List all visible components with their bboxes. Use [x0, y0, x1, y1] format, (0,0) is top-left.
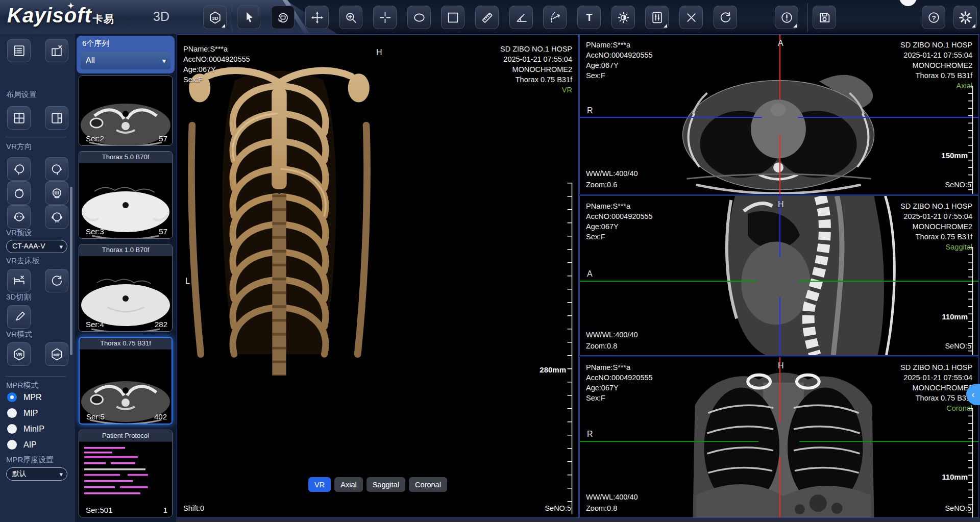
orientation-marker-top: H	[376, 48, 382, 57]
series-thumbnail-501[interactable]: Patient Protocol Ser:501 1	[79, 430, 173, 517]
crosshair-horizontal-line[interactable]	[798, 117, 979, 118]
vr-head-right-button[interactable]	[45, 157, 68, 181]
series-number: Ser:3	[86, 227, 104, 236]
vr-head-left-button[interactable]	[7, 157, 31, 181]
mpr-radio-mpr[interactable]: MPR	[7, 392, 42, 402]
view-button-vr[interactable]: VR	[308, 477, 331, 492]
adjust-panel-button[interactable]	[645, 6, 669, 29]
layout-close-panel-button[interactable]	[45, 39, 68, 62]
save-button[interactable]	[813, 6, 836, 29]
crosshair-horizontal-line[interactable]	[580, 441, 758, 442]
remove-bed-button[interactable]	[7, 269, 31, 292]
orientation-marker-top: A	[778, 39, 783, 48]
grid-2x2-icon	[12, 111, 26, 125]
delete-annotation-button[interactable]	[679, 6, 703, 29]
vr-preset-dropdown[interactable]: CT-AAA-V ▾	[6, 240, 67, 253]
crosshair-vertical-line[interactable]	[779, 297, 780, 356]
layout-grid-2x2-button[interactable]	[7, 106, 31, 130]
mpr-thickness-dropdown[interactable]: 默认 ▾	[6, 467, 67, 481]
text-annotation-button[interactable]: T	[577, 6, 601, 29]
series-image-count: 57	[159, 227, 167, 236]
cobb-angle-tool-button[interactable]	[543, 6, 567, 29]
head-left-icon	[12, 162, 26, 176]
window-level-value: WW/WL:400/40	[586, 169, 638, 178]
series-filter-dropdown[interactable]: All ▾	[81, 52, 170, 69]
patient-age: Age:067Y	[586, 61, 619, 69]
pan-tool-button[interactable]	[305, 6, 329, 29]
reset-icon	[50, 274, 64, 288]
coronal-viewport[interactable]: PName:S***a AccNO:0004920555 Age:067Y Se…	[579, 357, 979, 518]
logo-text-cn: 卡易	[93, 13, 114, 24]
crosshair-horizontal-line[interactable]	[580, 117, 762, 118]
view-button-coronal[interactable]: Coronal	[409, 477, 447, 492]
vr-head-superior-button[interactable]	[7, 181, 31, 205]
3d-layout-button[interactable]: 3D	[203, 6, 227, 29]
close-x-icon	[684, 11, 698, 24]
toolbar-separator	[232, 3, 232, 32]
sagittal-viewport[interactable]: PName:S***a AccNO:0004920555 Age:067Y Se…	[579, 195, 979, 356]
series-thumbnail-2[interactable]: Ser:2 57	[79, 76, 173, 146]
crosshair-horizontal-line[interactable]	[799, 441, 979, 442]
ruler-tool-button[interactable]	[475, 6, 499, 29]
3d-hexagon-icon: 3D	[208, 11, 222, 24]
crosshair-horizontal-line[interactable]	[580, 281, 757, 282]
submenu-corner	[793, 24, 797, 28]
rectangle-roi-button[interactable]	[441, 6, 464, 29]
series-description: Thorax 0.75 B31f	[916, 233, 972, 241]
vr-viewport[interactable]: PName:S***a AccNO:0004920555 Age:067Y Se…	[177, 34, 579, 518]
photometric: MONOCHROME2	[912, 222, 972, 231]
patient-sex: Sex:F	[586, 394, 605, 402]
scale-label: 110mm	[942, 312, 968, 321]
radio-icon	[7, 424, 17, 434]
mpr-mode-section-label: MPR模式	[6, 381, 38, 390]
sidebar-scrollbar[interactable]	[70, 187, 72, 355]
vr-head-anterior-button[interactable]	[7, 205, 31, 229]
reset-icon	[719, 11, 732, 24]
mpr-radio-mip[interactable]: MIP	[7, 408, 38, 418]
axial-viewport[interactable]: PName:S***a AccNO:0004920555 Age:067Y Se…	[579, 34, 979, 194]
series-number-overlay: SeNO:5	[945, 342, 971, 350]
series-thumbnail-3[interactable]: Thorax 5.0 B70f Ser:3 57	[79, 151, 173, 239]
study-datetime: 2025-01-21 07:55:04	[903, 51, 972, 59]
user-avatar[interactable]	[899, 0, 917, 6]
reset-view-button[interactable]	[714, 6, 737, 29]
mpr-radio-aip[interactable]: AIP	[7, 440, 37, 450]
mpr-radio-minip[interactable]: MinIP	[7, 424, 44, 434]
rotate-3d-tool-button[interactable]	[271, 6, 295, 29]
patient-age: Age:067Y	[586, 222, 619, 231]
crosshair-vertical-line[interactable]	[779, 457, 780, 518]
vr-head-inferior-button[interactable]	[45, 181, 68, 205]
svg-text:VR: VR	[16, 352, 22, 357]
crosshair-horizontal-line[interactable]	[799, 281, 979, 282]
layout-main-right-button[interactable]	[45, 106, 68, 130]
bed-reset-button[interactable]	[45, 269, 68, 292]
series-panel: 6个序列 All ▾ Ser:2 57 Thorax 5.0 B70f	[75, 34, 176, 522]
series-thumbnail-5[interactable]: Thorax 0.75 B31f Ser:5 402	[79, 337, 173, 425]
cursor-tool-button[interactable]	[237, 6, 260, 29]
svg-text:MIP: MIP	[53, 353, 60, 357]
head-top-icon	[12, 186, 26, 200]
scalpel-icon	[12, 310, 26, 324]
report-alert-button[interactable]	[775, 6, 798, 29]
vr-mode-mip-button[interactable]: MIP	[45, 342, 68, 366]
view-button-axial[interactable]: Axial	[334, 477, 362, 492]
series-header: 6个序列 All ▾	[77, 36, 175, 73]
settings-button[interactable]	[953, 6, 977, 29]
zoom-tool-button[interactable]	[339, 6, 362, 29]
series-thumbnail-4[interactable]: Thorax 1.0 B70f Ser:4 282	[79, 244, 173, 332]
window-level-button[interactable]	[611, 6, 635, 29]
series-image-count: 402	[154, 412, 167, 421]
ellipse-roi-button[interactable]	[407, 6, 431, 29]
angle-tool-button[interactable]	[509, 6, 533, 29]
vr-head-posterior-button[interactable]	[45, 205, 68, 229]
help-button[interactable]: ?	[922, 6, 945, 29]
rectangle-icon	[446, 11, 460, 24]
view-button-saggital[interactable]: Saggital	[366, 477, 405, 492]
patient-name: PName:S***a	[586, 41, 630, 49]
layout-series-list-button[interactable]	[7, 39, 31, 62]
crosshair-tool-button[interactable]	[373, 6, 397, 29]
series-number-overlay: SeNO:5	[945, 504, 971, 512]
vr-mode-vr-button[interactable]: VR	[7, 342, 31, 366]
scalpel-cut-button[interactable]	[7, 305, 31, 329]
crosshair-vertical-line[interactable]	[779, 135, 780, 194]
